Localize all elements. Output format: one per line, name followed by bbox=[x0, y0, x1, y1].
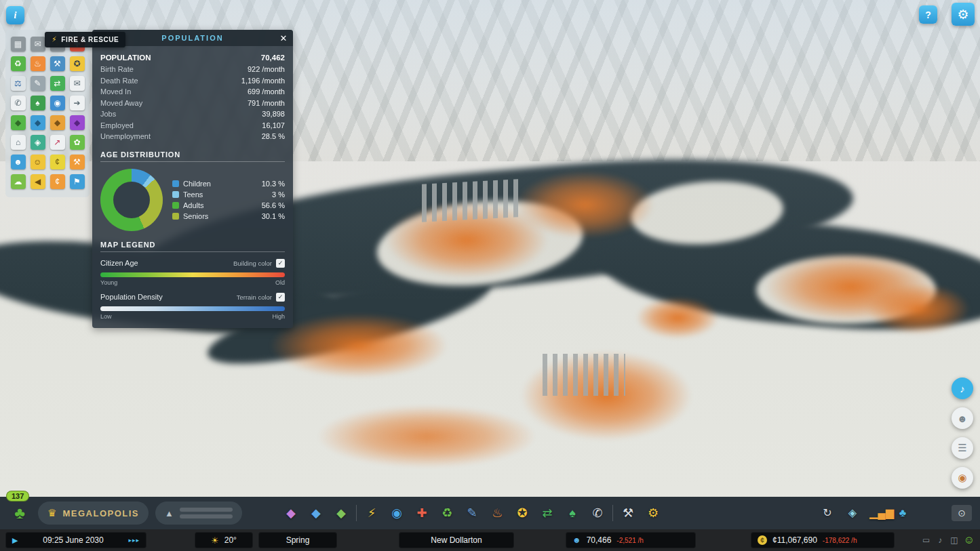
infoview-citizens-icon[interactable]: ☻ bbox=[11, 155, 26, 169]
age-legend-row: Seniors 30.1 % bbox=[172, 212, 285, 220]
terraform-tool[interactable]: ⚒ bbox=[620, 507, 636, 519]
info-button[interactable]: i bbox=[6, 6, 24, 24]
location-label: New Dollarton bbox=[431, 535, 482, 545]
infoview-education-icon[interactable]: ✎ bbox=[31, 76, 45, 91]
infoview-greenery-icon[interactable]: ✿ bbox=[70, 135, 85, 150]
infoview-land-value-icon[interactable]: ◈ bbox=[31, 135, 45, 150]
infoview-noise-icon[interactable]: ◀ bbox=[31, 174, 45, 189]
stat-label: Death Rate bbox=[100, 75, 138, 87]
communications-tool[interactable]: ✆ bbox=[589, 507, 606, 519]
citizen-age-legend-head: Citizen Age Building color ✓ bbox=[100, 259, 285, 268]
radio-icon[interactable]: ♪ bbox=[938, 535, 942, 545]
followed-citizen-button[interactable]: ☻ bbox=[952, 407, 973, 429]
parks-tool[interactable]: ♠ bbox=[564, 507, 581, 519]
statistics-button[interactable]: ▁▄▆ bbox=[869, 508, 886, 518]
weather-segment[interactable]: ☀ 20° bbox=[195, 532, 253, 548]
chirper-button[interactable]: ♪ bbox=[952, 377, 973, 399]
close-icon[interactable]: ✕ bbox=[277, 31, 290, 45]
signal-icon[interactable]: ◫ bbox=[950, 535, 958, 545]
development-points[interactable]: ♣ 137 bbox=[8, 505, 31, 521]
infoviews-button[interactable]: ◈ bbox=[844, 508, 861, 518]
infoview-administration-icon[interactable]: ⚖ bbox=[11, 76, 26, 91]
infoview-tourism-icon[interactable]: ⚑ bbox=[70, 174, 85, 189]
roads-tool[interactable]: ◆ bbox=[308, 507, 324, 519]
vehicles-tool[interactable]: ⚙ bbox=[645, 507, 661, 519]
population-summary-row: POPULATION 70,462 bbox=[100, 52, 285, 64]
settings-gear-button[interactable]: ⚙ bbox=[952, 3, 975, 26]
population-density-legend-head: Population Density Terrain color ✓ bbox=[100, 293, 285, 302]
game-screen: i ? ⚙ ▦ ✉ ⚡ ✚ ♻ ♨ ⚒ ✪ ⚖ ✎ ⇄ ✉ ✆ bbox=[0, 0, 980, 551]
journal-button[interactable]: ☰ bbox=[952, 437, 973, 459]
infoview-routes-icon[interactable]: ➔ bbox=[70, 96, 85, 110]
infoview-pollution-icon[interactable]: ☁ bbox=[11, 174, 26, 189]
landscaping-tool[interactable]: ◆ bbox=[333, 507, 349, 519]
infoview-telecom-icon[interactable]: ✆ bbox=[11, 96, 26, 110]
transportation-tool[interactable]: ⇄ bbox=[539, 507, 555, 519]
education-tool[interactable]: ✎ bbox=[464, 507, 480, 519]
infoview-water-icon[interactable]: ◉ bbox=[50, 96, 65, 110]
legend-swatch bbox=[172, 213, 179, 220]
stat-value: 791 /month bbox=[248, 98, 285, 109]
infoview-post-icon[interactable]: ✉ bbox=[70, 76, 85, 91]
police-tool[interactable]: ✪ bbox=[514, 507, 530, 519]
population-count: 70,466 bbox=[587, 535, 612, 545]
population-density-label: Population Density bbox=[100, 293, 163, 301]
xp-progress-pill[interactable]: ▲ bbox=[155, 502, 242, 525]
infoview-parks-icon[interactable]: ♠ bbox=[31, 96, 45, 110]
age-distribution-block: Children 10.3 % Teens 3 % Adults 56.6 % bbox=[92, 162, 293, 232]
progression-button[interactable]: ♣ bbox=[895, 508, 911, 518]
camera-button[interactable]: ⊙ bbox=[952, 505, 972, 521]
stat-value: 922 /month bbox=[248, 64, 285, 75]
media-controls: ▭♪◫ bbox=[922, 535, 958, 545]
infoview-zoning-industrial-icon[interactable]: ◆ bbox=[50, 115, 65, 130]
infoview-profitability-icon[interactable]: ↗ bbox=[50, 135, 65, 150]
infoview-economy-icon[interactable]: ¢ bbox=[50, 174, 65, 189]
lightning-icon: ⚡ bbox=[52, 35, 57, 44]
infoview-zoning-office-icon[interactable]: ◆ bbox=[70, 115, 85, 130]
sun-icon: ☀ bbox=[211, 535, 219, 546]
infoview-police-icon[interactable]: ✪ bbox=[70, 56, 85, 71]
speed-controls[interactable]: ▸▸▸ bbox=[128, 537, 140, 544]
gradient-max-label: Old bbox=[275, 279, 285, 286]
population-density-gradient bbox=[100, 306, 285, 311]
play-button[interactable]: ▶ bbox=[12, 536, 18, 545]
infoview-garbage-icon[interactable]: ♻ bbox=[11, 56, 26, 71]
screen-icon[interactable]: ▭ bbox=[922, 535, 930, 545]
panel-title: POPULATION bbox=[161, 34, 223, 42]
infoview-buildings-icon[interactable]: ⌂ bbox=[11, 135, 26, 150]
fire-rescue-tooltip: ⚡ FIRE & RESCUE bbox=[45, 32, 125, 47]
healthcare-tool[interactable]: ✚ bbox=[414, 507, 430, 519]
milestone-pill[interactable]: ♛ MEGALOPOLIS bbox=[38, 502, 149, 525]
infoview-mail-icon[interactable]: ✉ bbox=[31, 37, 45, 52]
money-segment[interactable]: ¢ ¢11,067,690 -178,622 /h bbox=[751, 532, 895, 548]
infoview-zoning-residential-icon[interactable]: ◆ bbox=[11, 115, 26, 130]
leaf-icon: ♣ bbox=[14, 504, 25, 522]
electricity-tool[interactable]: ⚡ bbox=[364, 507, 380, 519]
infoview-happiness-icon[interactable]: ☺ bbox=[31, 155, 45, 169]
location-segment[interactable]: New Dollarton bbox=[399, 532, 514, 548]
happiness-icon[interactable]: ☺ bbox=[964, 534, 975, 546]
terrain-color-checkbox[interactable]: ✓ bbox=[276, 293, 285, 302]
population-segment[interactable]: ☻ 70,466 -2,521 /h bbox=[566, 532, 696, 548]
infoview-workplaces-icon[interactable]: ⚒ bbox=[70, 155, 85, 169]
time-segment: ▶ 09:25 June 2030 ▸▸▸ bbox=[5, 532, 146, 548]
economy-button[interactable]: ↻ bbox=[819, 508, 836, 518]
building-color-checkbox[interactable]: ✓ bbox=[276, 259, 285, 268]
legend-swatch bbox=[172, 202, 179, 209]
infoview-maintenance-icon[interactable]: ⚒ bbox=[50, 56, 65, 71]
right-tools: ↻◈▁▄▆♣ bbox=[819, 508, 911, 518]
fire-rescue-tool[interactable]: ♨ bbox=[489, 507, 505, 519]
legend-value: 3 % bbox=[272, 190, 285, 199]
infoview-wealth-icon[interactable]: ¢ bbox=[50, 155, 65, 169]
infoview-zoning-commercial-icon[interactable]: ◆ bbox=[31, 115, 45, 130]
infoview-fire-rescue-icon[interactable]: ♨ bbox=[31, 56, 45, 71]
infoview-transportation-icon[interactable]: ⇄ bbox=[50, 76, 65, 91]
stat-label: Jobs bbox=[100, 108, 116, 120]
citizen-age-label: Citizen Age bbox=[100, 259, 138, 267]
water-tool[interactable]: ◉ bbox=[389, 507, 405, 519]
garbage-tool[interactable]: ♻ bbox=[439, 507, 455, 519]
progression-globe-button[interactable]: ◉ bbox=[952, 467, 973, 489]
help-button[interactable]: ? bbox=[919, 5, 937, 24]
zones-tool[interactable]: ◆ bbox=[283, 507, 299, 519]
infoview-map-icon[interactable]: ▦ bbox=[11, 37, 26, 52]
